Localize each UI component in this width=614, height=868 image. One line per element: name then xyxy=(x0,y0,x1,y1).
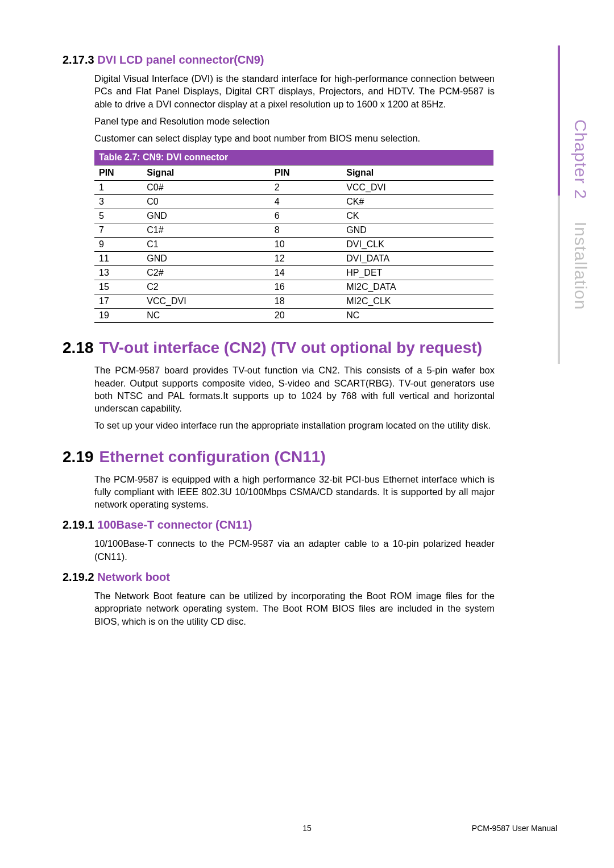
heading-title: Network boot xyxy=(97,571,170,583)
table-cell: 11 xyxy=(94,252,142,266)
side-tab: Chapter 2 Installation xyxy=(556,45,579,364)
table-cell: 12 xyxy=(270,252,342,266)
heading-number: 2.19.2 xyxy=(63,571,94,583)
table-row: 9C110DVI_CLK xyxy=(94,238,493,252)
side-section-label: Installation xyxy=(571,222,590,310)
table-cell: 3 xyxy=(94,195,142,209)
col-header: PIN xyxy=(94,165,142,181)
table-cell: 18 xyxy=(270,294,342,309)
table-cell: VCC_DVI xyxy=(142,294,270,309)
heading-title: DVI LCD panel connector(CN9) xyxy=(97,53,264,66)
table-cell: GND xyxy=(142,252,270,266)
table-row: 17VCC_DVI18MI2C_CLK xyxy=(94,294,493,309)
table-cell: 8 xyxy=(270,223,342,238)
table-row: 5GND6CK xyxy=(94,209,493,223)
col-header: PIN xyxy=(270,165,342,181)
col-header: Signal xyxy=(142,165,270,181)
heading-2-18: 2.18 TV-out interface (CN2) (TV out opti… xyxy=(63,339,495,357)
heading-title: TV-out interface (CN2) (TV out optional … xyxy=(99,339,483,357)
table-cell: 20 xyxy=(270,309,342,323)
heading-number: 2.19.1 xyxy=(63,518,94,531)
table-row: 11GND12DVI_DATA xyxy=(94,252,493,266)
paragraph: Panel type and Resolution mode selection xyxy=(94,115,495,127)
table-2-7: Table 2.7: CN9: DVI connector PIN Signal… xyxy=(94,150,493,323)
col-header: Signal xyxy=(342,165,493,181)
table-cell: 2 xyxy=(270,181,342,195)
heading-2-17-3: 2.17.3 DVI LCD panel connector(CN9) xyxy=(63,53,495,67)
heading-2-19: 2.19 Ethernet configuration (CN11) xyxy=(63,448,495,466)
paragraph: To set up your video interface run the a… xyxy=(94,419,495,431)
table-cell: HP_DET xyxy=(342,266,493,280)
table-row: 7C1#8GND xyxy=(94,223,493,238)
heading-number: 2.19 xyxy=(63,448,94,466)
table-cell: VCC_DVI xyxy=(342,181,493,195)
table-row: 3C04CK# xyxy=(94,195,493,209)
heading-number: 2.17.3 xyxy=(63,53,94,66)
page-footer: 15 PCM-9587 User Manual xyxy=(57,824,557,833)
paragraph: Digital Visual Interface (DVI) is the st… xyxy=(94,72,495,110)
table-cell: 7 xyxy=(94,223,142,238)
paragraph: The Network Boot feature can be utilized… xyxy=(94,589,495,628)
side-accent-purple xyxy=(558,45,560,196)
table-cell: CK# xyxy=(342,195,493,209)
table-cell: 16 xyxy=(270,280,342,294)
doc-title-footer: PCM-9587 User Manual xyxy=(472,824,557,833)
page: Chapter 2 Installation 2.17.3 DVI LCD pa… xyxy=(0,0,614,868)
heading-title: Ethernet configuration (CN11) xyxy=(99,448,326,466)
paragraph: 10/100Base-T connects to the PCM-9587 vi… xyxy=(94,537,495,563)
table-cell: GND xyxy=(342,223,493,238)
paragraph: The PCM-9587 is equipped with a high per… xyxy=(94,473,495,511)
table-cell: C1 xyxy=(142,238,270,252)
table-row: 19NC20NC xyxy=(94,309,493,323)
table-cell: MI2C_CLK xyxy=(342,294,493,309)
table-cell: C2# xyxy=(142,266,270,280)
table-cell: DVI_DATA xyxy=(342,252,493,266)
table-header-row: PIN Signal PIN Signal xyxy=(94,165,493,181)
table-cell: 14 xyxy=(270,266,342,280)
page-number: 15 xyxy=(302,824,312,833)
table-cell: 15 xyxy=(94,280,142,294)
table-cell: NC xyxy=(142,309,270,323)
table-cell: 19 xyxy=(94,309,142,323)
table-cell: C2 xyxy=(142,280,270,294)
table-cell: DVI_CLK xyxy=(342,238,493,252)
table-cell: C0# xyxy=(142,181,270,195)
paragraph: The PCM-9587 board provides TV-out funct… xyxy=(94,364,495,414)
paragraph: Customer can select display type and boo… xyxy=(94,132,495,144)
table-cell: 9 xyxy=(94,238,142,252)
table-cell: CK xyxy=(342,209,493,223)
table-cell: 4 xyxy=(270,195,342,209)
table-cell: 13 xyxy=(94,266,142,280)
table-cell: 17 xyxy=(94,294,142,309)
side-accent-gray xyxy=(558,196,560,364)
content-area: 2.17.3 DVI LCD panel connector(CN9) Digi… xyxy=(63,53,495,628)
heading-title: 100Base-T connector (CN11) xyxy=(97,518,252,531)
table-row: 13C2#14HP_DET xyxy=(94,266,493,280)
table-cell: 10 xyxy=(270,238,342,252)
side-chapter-label: Chapter 2 xyxy=(571,119,590,200)
table-cell: C0 xyxy=(142,195,270,209)
table-caption: Table 2.7: CN9: DVI connector xyxy=(94,150,493,165)
table-cell: C1# xyxy=(142,223,270,238)
table-row: 1C0#2VCC_DVI xyxy=(94,181,493,195)
table-cell: GND xyxy=(142,209,270,223)
table-row: 15C216MI2C_DATA xyxy=(94,280,493,294)
table-cell: NC xyxy=(342,309,493,323)
table-cell: 6 xyxy=(270,209,342,223)
table-cell: 1 xyxy=(94,181,142,195)
heading-2-19-2: 2.19.2 Network boot xyxy=(63,571,495,584)
heading-2-19-1: 2.19.1 100Base-T connector (CN11) xyxy=(63,518,495,531)
table-cell: 5 xyxy=(94,209,142,223)
table-cell: MI2C_DATA xyxy=(342,280,493,294)
heading-number: 2.18 xyxy=(63,339,94,357)
